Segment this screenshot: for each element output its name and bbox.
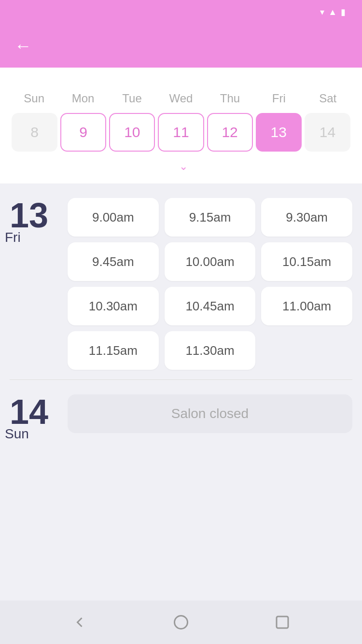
time-slot-1130am[interactable]: 11.30am: [165, 331, 256, 370]
time-slot-1100am[interactable]: 11.00am: [261, 287, 352, 325]
nav-recent-button[interactable]: [270, 610, 294, 634]
time-slot-1115am[interactable]: 11.15am: [68, 331, 159, 370]
status-bar: ▾ ▲ ▮: [0, 0, 362, 24]
calendar-day-9[interactable]: 9: [60, 113, 106, 152]
slots-section: 13Fri9.00am9.15am9.30am9.45am10.00am10.1…: [0, 183, 362, 500]
svg-rect-1: [277, 616, 288, 628]
calendar-row: 891011121314: [10, 113, 352, 152]
nav-back-button[interactable]: [68, 610, 92, 634]
time-slot-1045am[interactable]: 10.45am: [165, 287, 256, 325]
time-slot-930am[interactable]: 9.30am: [261, 198, 352, 237]
svg-point-0: [175, 616, 188, 629]
signal-icon: ▲: [328, 7, 337, 17]
header: ←: [0, 24, 362, 68]
salon-closed-label: Salon closed: [68, 394, 352, 433]
wifi-icon: ▾: [320, 7, 324, 17]
calendar-day-13[interactable]: 13: [256, 113, 302, 152]
weekday-wed: Wed: [156, 89, 205, 108]
day-number-13: 13: [10, 198, 68, 233]
calendar-day-11[interactable]: 11: [158, 113, 204, 152]
calendar-section: Sun Mon Tue Wed Thu Fri Sat 891011121314…: [0, 68, 362, 183]
time-slot-915am[interactable]: 9.15am: [165, 198, 256, 237]
time-slot-1030am[interactable]: 10.30am: [68, 287, 159, 325]
recent-nav-icon: [274, 614, 291, 631]
day-block-14: 14SunSalon closed: [10, 380, 352, 451]
time-slot-945am[interactable]: 9.45am: [68, 242, 159, 281]
weekday-labels: Sun Mon Tue Wed Thu Fri Sat: [10, 89, 352, 108]
time-slot-1000am[interactable]: 10.00am: [165, 242, 256, 281]
day-number-14: 14: [10, 394, 68, 429]
day-block-13: 13Fri9.00am9.15am9.30am9.45am10.00am10.1…: [10, 183, 352, 379]
status-icons: ▾ ▲ ▮: [320, 7, 346, 17]
calendar-day-14: 14: [305, 113, 350, 152]
weekday-fri: Fri: [254, 89, 303, 108]
nav-home-button[interactable]: [169, 610, 193, 634]
calendar-day-8: 8: [12, 113, 57, 152]
weekday-sat: Sat: [304, 89, 352, 108]
chevron-down-icon: ⌄: [179, 160, 188, 173]
calendar-day-10[interactable]: 10: [109, 113, 155, 152]
time-slot-1015am[interactable]: 10.15am: [261, 242, 352, 281]
weekday-tue: Tue: [108, 89, 156, 108]
weekday-mon: Mon: [58, 89, 107, 108]
back-button[interactable]: ←: [14, 37, 32, 55]
day-name-Fri: Fri: [5, 230, 21, 245]
bottom-nav: [0, 601, 362, 644]
month-view-toggle[interactable]: ⌄: [10, 152, 352, 176]
weekday-thu: Thu: [206, 89, 254, 108]
day-name-Sun: Sun: [5, 426, 29, 442]
weekday-sun: Sun: [10, 89, 58, 108]
time-slot-900am[interactable]: 9.00am: [68, 198, 159, 237]
home-nav-icon: [172, 614, 190, 631]
back-nav-icon: [71, 614, 88, 631]
calendar-day-12[interactable]: 12: [207, 113, 253, 152]
battery-icon: ▮: [341, 7, 346, 17]
